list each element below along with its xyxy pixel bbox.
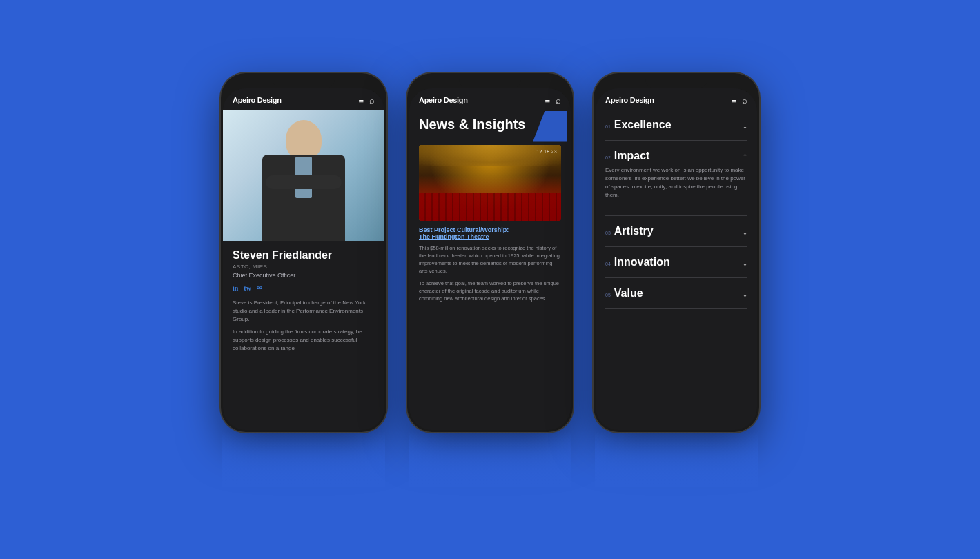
article-body-2: To achieve that goal, the team worked to… (419, 280, 561, 303)
menu-arrow-excellence: ↓ (743, 119, 747, 130)
linkedin-icon[interactable]: in (233, 284, 238, 292)
profile-name: Steven Friedlander (233, 249, 375, 262)
phone-3-reflection: 05 Value ↓ 04 Innovation ↓ 03 Artistry ↓… (595, 431, 758, 487)
menu-item-artistry[interactable]: 03 Artistry ↓ (605, 216, 747, 247)
article-link[interactable]: Best Project Cultural/Worship: The Hunti… (419, 226, 561, 240)
menu-item-artistry-left: 03 Artistry (605, 225, 654, 237)
phone-1-menu-icon[interactable]: ≡ (358, 95, 364, 106)
phone-1-search-icon[interactable]: ⌕ (369, 95, 375, 106)
menu-number-02: 02 (605, 155, 611, 160)
phone-3-search-icon[interactable]: ⌕ (742, 95, 747, 106)
news-header: News & Insights (409, 110, 571, 145)
phone-2-menu-icon[interactable]: ≡ (545, 95, 550, 106)
phone-2-content: Apeiro Design ≡ ⌕ News & (409, 88, 571, 430)
article-link-line1: Best Project Cultural/Worship: (419, 226, 509, 233)
phone-1-logo: Apeiro Design (233, 96, 282, 104)
phone-2-nav-icons: ≡ ⌕ (545, 95, 561, 106)
phone-3-content: Apeiro Design ≡ ⌕ 01 Excellence (596, 88, 757, 430)
phone-1-content: Apeiro Design ≡ ⌕ (223, 88, 384, 430)
menu-number-04: 04 (605, 262, 611, 266)
phone-1-nav: Apeiro Design ≡ ⌕ (223, 88, 384, 110)
phone-3-logo: Apeiro Design (605, 96, 654, 104)
phone-3-wrapper: Apeiro Design ≡ ⌕ 01 Excellence (594, 73, 759, 487)
profile-image (223, 110, 384, 241)
menu-item-innovation-left: 04 Innovation (605, 256, 670, 268)
email-icon[interactable]: ✉ (257, 284, 262, 292)
article-body-1: This $58-million renovation seeks to rec… (419, 244, 561, 275)
article-image: 12.18.23 (419, 145, 561, 221)
menu-label-excellence: Excellence (614, 119, 672, 131)
phone-3-nav: Apeiro Design ≡ ⌕ (596, 88, 757, 110)
phone-1: Apeiro Design ≡ ⌕ (221, 73, 386, 432)
phones-container: Apeiro Design ≡ ⌕ (221, 73, 759, 487)
phone-3-menu-icon[interactable]: ≡ (731, 95, 736, 106)
menu-item-value-left: 05 Value (605, 287, 643, 300)
profile-title: Chief Executive Officer (233, 272, 375, 279)
profile-info: Steven Friedlander ASTC, MIES Chief Exec… (223, 241, 384, 361)
phone-2: Apeiro Design ≡ ⌕ News & (407, 73, 573, 432)
menu-item-impact[interactable]: 02 Impact ↑ Every environment we work on… (605, 141, 747, 215)
profile-bio-1: Steve is President, Principal in charge … (233, 299, 375, 324)
menu-item-excellence-left: 01 Excellence (605, 119, 672, 131)
phone-3-nav-icons: ≡ ⌕ (731, 95, 747, 106)
phone-1-nav-icons: ≡ ⌕ (358, 95, 375, 106)
twitter-icon[interactable]: tw (244, 284, 251, 292)
menu-arrow-impact: ↑ (743, 150, 747, 161)
menu-item-value[interactable]: 05 Value ↓ (605, 278, 747, 309)
phone-1-screen: Apeiro Design ≡ ⌕ (223, 88, 384, 430)
phone-1-wrapper: Apeiro Design ≡ ⌕ (221, 73, 386, 487)
menu-arrow-artistry: ↓ (743, 226, 747, 237)
reflection-fade-1 (222, 431, 385, 487)
menu-label-value: Value (614, 287, 643, 300)
menu-items: 01 Excellence ↓ 02 Impact (596, 110, 757, 309)
phone-3-screen: Apeiro Design ≡ ⌕ 01 Excellence (596, 88, 757, 430)
article-date: 12.18.23 (536, 149, 557, 154)
phone-1-reflection: Steve is President, Principal in charge … (222, 431, 385, 487)
menu-arrow-value: ↓ (743, 288, 747, 299)
menu-label-impact: Impact (614, 150, 650, 162)
social-icons: in tw ✉ (233, 284, 375, 292)
phone-3: Apeiro Design ≡ ⌕ 01 Excellence (594, 73, 759, 432)
phone-2-search-icon[interactable]: ⌕ (556, 95, 561, 106)
menu-item-impact-left: 02 Impact (605, 150, 649, 162)
profile-credentials: ASTC, MIES (233, 264, 375, 270)
phone-2-logo: Apeiro Design (419, 96, 468, 104)
menu-item-excellence[interactable]: 01 Excellence ↓ (605, 110, 747, 141)
menu-item-innovation[interactable]: 04 Innovation ↓ (605, 247, 747, 278)
article-link-line2: The Huntington Theatre (419, 233, 489, 240)
phone-2-reflection: This $58-million renovation seeks to rec… (409, 431, 571, 487)
menu-label-artistry: Artistry (614, 225, 654, 237)
profile-bio-2: In addition to guiding the firm's corpor… (233, 328, 375, 353)
menu-arrow-innovation: ↓ (743, 257, 747, 268)
menu-item-impact-header: 02 Impact ↑ (605, 150, 747, 162)
reflection-fade-3 (595, 431, 758, 487)
phone-2-nav: Apeiro Design ≡ ⌕ (409, 88, 571, 110)
phone-2-wrapper: Apeiro Design ≡ ⌕ News & (407, 73, 573, 487)
menu-number-05: 05 (605, 293, 611, 297)
impact-description: Every environment we work on is an oppor… (605, 162, 747, 206)
menu-label-innovation: Innovation (614, 256, 670, 268)
menu-number-03: 03 (605, 231, 611, 235)
article-content: Best Project Cultural/Worship: The Hunti… (409, 226, 571, 303)
phone-2-screen: Apeiro Design ≡ ⌕ News & (409, 88, 571, 430)
article-image-wrapper: 12.18.23 (409, 145, 571, 221)
menu-number-01: 01 (605, 124, 611, 129)
reflection-fade-2 (409, 431, 571, 487)
news-title: News & Insights (419, 117, 561, 133)
news-title-area: News & Insights (419, 117, 561, 133)
